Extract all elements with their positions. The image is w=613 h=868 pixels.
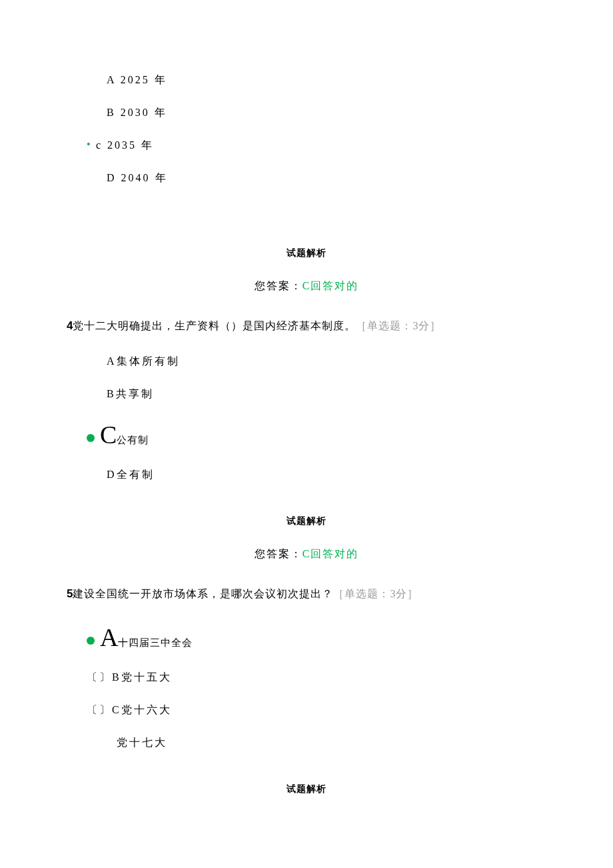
q4-answer-value: C回答对的	[303, 548, 359, 559]
q5-option-a-text: 十四届三中全会	[118, 637, 193, 649]
q5-option-b: 〔〕B党十五大	[87, 671, 526, 685]
q3-analysis-label: 试题解析	[87, 247, 526, 259]
q3-option-b: B 2030 年	[87, 106, 526, 120]
q5-text: 建设全国统一开放市场体系，是哪次会议初次提出？	[73, 588, 333, 599]
q3-answer-value: C回答对的	[303, 280, 359, 291]
q3-option-a: A 2025 年	[87, 73, 526, 87]
q4-option-b: B共享制	[87, 387, 526, 401]
q3-option-d: D 2040 年	[87, 171, 526, 185]
q4-option-c-letter: C	[100, 420, 117, 449]
q4-analysis-label: 试题解析	[87, 515, 526, 527]
q3-answer-line: 您答案：C回答对的	[87, 279, 526, 293]
q5-analysis-label: 试题解析	[87, 783, 526, 795]
q4-bracket: ［单选题：3分］	[356, 320, 441, 331]
q3-answer-prefix: 您答案：	[255, 280, 303, 291]
q5-bracket: ［单选题：3分］	[333, 588, 418, 599]
q4-option-c: C公有制	[87, 420, 526, 449]
q4-answer-line: 您答案：C回答对的	[87, 547, 526, 561]
q3-option-c-letter: c	[87, 139, 103, 151]
q5-question: 5建设全国统一开放市场体系，是哪次会议初次提出？［单选题：3分］	[67, 585, 526, 603]
q5-option-c: 〔〕C党十六大	[87, 703, 526, 717]
q4-option-a: A集体所有制	[87, 355, 526, 369]
document-content: A 2025 年 B 2030 年 c 2035 年 D 2040 年 试题解析…	[0, 0, 613, 795]
q5-option-a: A十四届三中全会	[87, 623, 526, 652]
q3-option-c-text: 2035 年	[103, 139, 154, 151]
q4-option-d: D全有制	[87, 468, 526, 482]
q3-option-c: c 2035 年	[87, 139, 526, 153]
q4-question: 4党十二大明确提出，生产资料（）是国内经济基本制度。［单选题：3分］	[67, 317, 526, 335]
q5-option-a-letter: A	[100, 623, 118, 652]
q4-selected-dot-icon	[87, 434, 95, 442]
q5-option-d: 党十七大	[87, 736, 526, 750]
q4-text: 党十二大明确提出，生产资料（）是国内经济基本制度。	[73, 320, 356, 331]
q4-option-c-text: 公有制	[117, 434, 149, 447]
q5-selected-dot-icon	[87, 637, 95, 645]
q4-answer-prefix: 您答案：	[255, 548, 303, 559]
